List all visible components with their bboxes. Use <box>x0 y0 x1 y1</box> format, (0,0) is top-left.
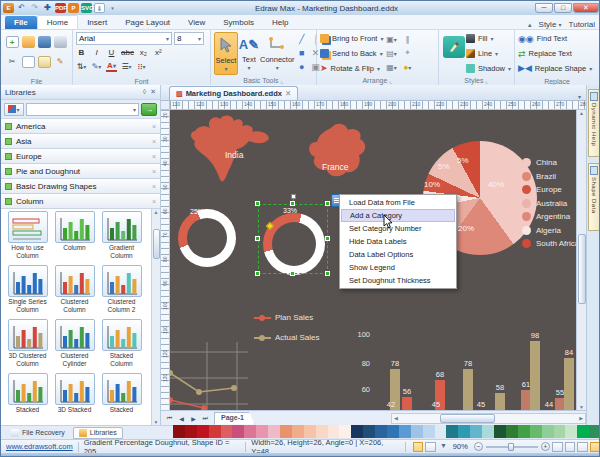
drawing-canvas[interactable]: India France ChinaBrazilEuropeAustraliaA… <box>170 110 576 410</box>
selection-box[interactable] <box>258 204 328 274</box>
ellipse-shape-icon[interactable]: ● <box>299 62 304 72</box>
close-button[interactable]: ✕ <box>573 3 599 13</box>
selection-handle[interactable] <box>325 236 330 241</box>
fill-button[interactable]: Fill▾ <box>466 32 511 46</box>
minimize-ribbon-icon[interactable]: ▴ <box>528 21 532 29</box>
copy-icon[interactable] <box>22 56 35 68</box>
color-swatch[interactable] <box>185 425 197 438</box>
bar-58[interactable] <box>495 393 505 410</box>
bullets-button[interactable]: ⁝⁝▾ <box>136 62 147 71</box>
color-swatch[interactable] <box>446 425 458 438</box>
shadow-button[interactable]: Shadow▾ <box>466 61 511 75</box>
shape-stacked-column[interactable]: Stacked Column <box>98 317 145 371</box>
italic-button[interactable]: I <box>91 48 102 57</box>
color-swatch[interactable] <box>256 425 268 438</box>
shape-clustered-column-2[interactable]: Clustered Column 2 <box>98 263 145 317</box>
library-item-column[interactable]: Column× <box>1 194 160 209</box>
font-size-select[interactable]: 8▾ <box>174 32 204 45</box>
text-tool-button[interactable]: A✎ Text▾ <box>238 32 260 75</box>
context-menu-item-load-data-from-file[interactable]: Load Data from File <box>341 196 455 209</box>
redo-icon[interactable]: ↷ <box>29 3 40 13</box>
line-chart-fragment[interactable] <box>170 338 250 410</box>
connector-tool-button[interactable]: Connector▾ <box>260 32 295 75</box>
color-swatch[interactable] <box>411 425 423 438</box>
normal-view-icon[interactable] <box>413 442 424 452</box>
selection-handle[interactable] <box>325 201 330 206</box>
color-swatch[interactable] <box>209 425 221 438</box>
zoom-in-button[interactable]: + <box>541 442 550 451</box>
panel-tab-dynamic-help[interactable]: Dynamic Help <box>588 89 600 157</box>
bold-button[interactable]: B <box>76 48 87 57</box>
subscript-button[interactable]: x₂ <box>138 48 149 57</box>
zoom-slider-thumb[interactable] <box>508 443 514 451</box>
color-swatch[interactable] <box>518 425 530 438</box>
context-menu-item-set-category-number[interactable]: Set Category Number <box>341 222 455 235</box>
horizontal-scrollbar[interactable]: ◀ ▶ <box>391 413 586 424</box>
zoom-region-icon[interactable] <box>565 442 576 452</box>
color-swatch[interactable] <box>589 425 600 438</box>
menu-tab-help[interactable]: Help <box>263 16 297 29</box>
menu-tab-file[interactable]: File <box>5 16 37 29</box>
prev-page-button[interactable]: ◀ <box>176 415 187 422</box>
library-item-pie-and-doughnut[interactable]: Pie and Doughnut× <box>1 164 160 179</box>
color-swatch[interactable] <box>339 425 351 438</box>
library-menu-button[interactable]: ▾ <box>4 103 24 116</box>
library-close-icon[interactable]: × <box>152 183 156 190</box>
export-ppt-icon[interactable]: P <box>68 3 79 13</box>
library-close-icon[interactable]: × <box>152 198 156 205</box>
panel-close-icon[interactable]: ✕ <box>150 88 156 96</box>
menu-tab-view[interactable]: View <box>179 16 214 29</box>
color-swatch[interactable] <box>554 425 566 438</box>
zoom-out-button[interactable]: − <box>474 442 483 451</box>
grid-icon[interactable]: ▦▾ <box>386 63 397 72</box>
color-swatch[interactable] <box>351 425 363 438</box>
rotate-flip-button[interactable]: ➤Rotate & Flip▾ <box>320 61 383 75</box>
library-item-america[interactable]: America× <box>1 119 160 134</box>
color-swatch[interactable] <box>387 425 399 438</box>
zoom-slider[interactable] <box>486 446 538 448</box>
color-swatch[interactable] <box>470 425 482 438</box>
grid-toggle-icon[interactable] <box>577 442 588 452</box>
shape-3d-stacked[interactable]: 3D Stacked <box>51 371 98 425</box>
library-close-icon[interactable]: × <box>152 153 156 160</box>
print-icon[interactable] <box>54 36 67 48</box>
shape-grid-scrollbar[interactable]: ▲▼ <box>151 209 160 425</box>
color-swatch[interactable] <box>458 425 470 438</box>
context-menu-item-hide-data-labels[interactable]: Hide Data Labels <box>341 235 455 248</box>
qat-dropdown-icon[interactable]: ▾ <box>107 3 118 13</box>
pin-icon[interactable]: ◊ <box>143 88 146 96</box>
tab-list-dropdown-icon[interactable]: ▾ <box>573 93 586 100</box>
shape-gradient-column[interactable]: Gradient Column <box>98 209 145 263</box>
horizontal-scroll-thumb[interactable] <box>440 414 495 423</box>
color-swatch[interactable] <box>280 425 292 438</box>
color-swatch[interactable] <box>577 425 589 438</box>
format-painter-icon[interactable]: ✎ <box>54 56 67 68</box>
color-swatch[interactable] <box>375 425 387 438</box>
selection-handle[interactable] <box>325 271 330 276</box>
selection-handle[interactable] <box>255 201 260 206</box>
last-page-button[interactable]: ⏭ <box>200 415 211 422</box>
color-swatch[interactable] <box>542 425 554 438</box>
library-go-button[interactable]: → <box>141 103 157 116</box>
page-view-icon[interactable] <box>425 442 436 452</box>
grid-scroll-thumb[interactable] <box>153 229 160 259</box>
bottom-tab-file-recovery[interactable]: File Recovery <box>5 427 71 439</box>
replace-text-button[interactable]: ⇄Replace Text <box>518 47 592 61</box>
edrawsoft-link[interactable]: www.edrawsoft.com <box>1 442 73 451</box>
select-tool-button[interactable]: Select▾ <box>214 32 238 75</box>
export-pdf-icon[interactable]: PDF <box>55 3 66 13</box>
context-menu-item-show-legend[interactable]: Show Legend <box>341 261 455 274</box>
open-folder-icon[interactable] <box>22 36 35 48</box>
selection-handle[interactable] <box>255 271 260 276</box>
color-swatch[interactable] <box>304 425 316 438</box>
color-swatch[interactable] <box>244 425 256 438</box>
menu-tab-symbols[interactable]: Symbols <box>214 16 263 29</box>
library-item-basic-drawing-shapes[interactable]: Basic Drawing Shapes× <box>1 179 160 194</box>
shape-single-series-column[interactable]: Single Series Column <box>4 263 51 317</box>
color-swatch[interactable] <box>494 425 506 438</box>
pan-view-icon[interactable]: ▼ <box>438 442 449 452</box>
new-document-icon[interactable]: + <box>6 36 19 48</box>
strikethrough-button[interactable]: abc <box>121 48 134 57</box>
panel-tab-shape-data[interactable]: Shape Data <box>588 163 600 231</box>
color-swatch[interactable] <box>197 425 209 438</box>
